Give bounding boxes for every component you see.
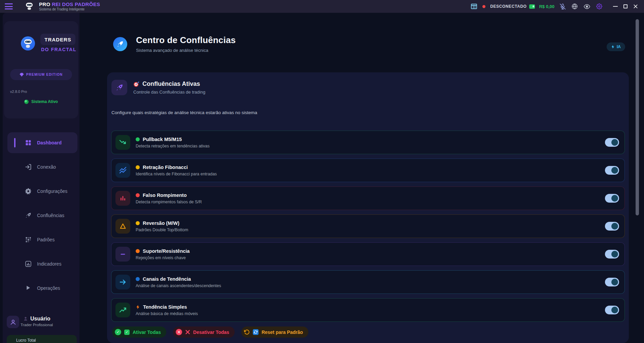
vertical-scrollbar[interactable]	[636, 19, 639, 215]
page-subtitle: Sistema avançado de análise técnica	[136, 48, 236, 53]
confluence-description: Detecta rompimentos falsos de S/R	[136, 200, 605, 204]
confluence-title: Reversão (M/W)	[143, 220, 179, 226]
confluence-toggle[interactable]	[605, 222, 619, 231]
menu-hamburger-icon[interactable]	[5, 3, 13, 9]
window-maximize-button[interactable]	[620, 1, 631, 11]
window-minimize-button[interactable]	[610, 1, 620, 11]
system-status-label: Sistema Ativo	[31, 99, 58, 104]
confluence-row-pullback-m5-m15: Pullback M5/M15 Detecta retrações em ten…	[111, 131, 625, 154]
play-icon	[25, 285, 32, 291]
activate-all-button[interactable]: ✓ ✓ Ativar Todas	[112, 327, 166, 338]
sidebar-logo-panel: TRADERS DO FRACTAL PREMIUM EDITION v2.8.…	[4, 21, 78, 118]
confluence-description: Análise de canais ascendentes/descendent…	[136, 283, 605, 288]
sidebar-item-label: Confluências	[37, 213, 64, 218]
ia-badge-label: IA	[617, 44, 621, 49]
check-square-icon: ✓	[124, 330, 130, 335]
sidebar-item-padroes[interactable]: Padrões	[7, 229, 77, 250]
confluence-row-reversao-mw: Reversão (M/W) Padrões Double Top/Bottom	[111, 214, 625, 238]
confluence-title: Pullback M5/M15	[143, 137, 182, 142]
reset-default-button[interactable]: Reset para Padrão	[241, 327, 308, 338]
reset-default-label: Reset para Padrão	[262, 330, 303, 335]
gear-icon[interactable]	[596, 3, 602, 9]
mic-muted-icon[interactable]	[560, 4, 566, 9]
premium-edition-label: PREMIUM EDITION	[26, 73, 63, 76]
bars-icon	[115, 191, 130, 206]
brand-name-line2: DO FRACTAL	[41, 47, 76, 52]
confluence-toggle[interactable]	[605, 194, 619, 203]
confluence-row-canais-de-tendencia: Canais de Tendência Análise de canais as…	[111, 270, 625, 294]
confluence-toggle[interactable]	[605, 166, 619, 175]
balance-value: R$ 0,00	[539, 4, 554, 9]
premium-edition-badge[interactable]: PREMIUM EDITION	[10, 69, 72, 80]
actions-row: ✓ ✓ Ativar Todas Desativar Todas	[112, 327, 308, 338]
status-dot	[136, 249, 140, 253]
globe-icon[interactable]	[572, 3, 578, 9]
section-header: Confluências Ativas Controle das Confluê…	[111, 80, 205, 95]
brand-robot-avatar	[21, 36, 35, 50]
confluence-title: Tendência Simples	[143, 304, 187, 310]
confluence-toggle[interactable]	[605, 250, 619, 259]
section-title: Confluências Ativas	[142, 80, 200, 88]
gem-icon	[20, 73, 24, 77]
pattern-icon	[25, 236, 32, 243]
window-close-button[interactable]	[631, 1, 641, 11]
confluence-description: Identifica níveis de Fibonacci para entr…	[136, 172, 605, 176]
confluence-toggle[interactable]	[605, 278, 619, 286]
rocket-globe-icon	[113, 37, 127, 51]
confluence-description: Rejeições em níveis chave	[136, 255, 605, 260]
user-section[interactable]: Usuário Trader Profissional	[7, 316, 77, 331]
rocket-icon	[25, 212, 32, 219]
grid-icon	[25, 139, 32, 146]
sidebar-item-label: Operações	[37, 285, 60, 291]
refresh-icon	[253, 329, 259, 335]
columns-layout-icon[interactable]	[471, 4, 477, 9]
confluences-section: Confluências Ativas Controle das Confluê…	[107, 72, 629, 343]
sidebar-item-configuracoes[interactable]: Configurações	[7, 181, 77, 202]
confluence-title: Canais de Tendência	[143, 276, 191, 282]
confluence-toggle[interactable]	[605, 138, 619, 147]
app-title-block: PRO REI DOS PADRÕES Sistema de Trading I…	[39, 1, 100, 11]
status-dot	[136, 137, 140, 141]
sidebar-item-conexao[interactable]: Conexão	[7, 157, 77, 177]
app-title-main: REI DOS PADRÕES	[52, 1, 100, 7]
user-bust-icon	[23, 316, 28, 321]
ia-badge[interactable]: IA	[607, 42, 625, 51]
x-icon	[185, 330, 190, 335]
confluence-row-falso-rompimento: Falso Rompimento Detecta rompimentos fal…	[111, 186, 625, 210]
bolt-icon	[136, 304, 140, 309]
connection-status-label: DESCONECTADO	[490, 4, 527, 9]
dash-icon	[115, 247, 130, 262]
chart-icon	[25, 261, 32, 267]
trend-up-icon	[115, 303, 130, 317]
app-version: v2.8.0 Pro	[10, 90, 27, 94]
sidebar-item-operacoes[interactable]: Operações	[7, 278, 77, 299]
check-circle-icon: ✓	[115, 329, 121, 335]
section-subtitle: Controle das Confluências de trading	[133, 90, 205, 95]
status-dot	[136, 277, 140, 281]
page-title: Centro de Confluências	[136, 35, 236, 45]
sidebar-item-label: Padrões	[37, 237, 55, 242]
triangle-icon	[115, 219, 130, 234]
system-status-dot	[24, 100, 29, 104]
x-circle-icon	[176, 329, 182, 335]
bolt-icon	[611, 44, 615, 49]
sidebar-item-dashboard[interactable]: Dashboard	[7, 132, 77, 153]
rocket-icon	[111, 80, 127, 95]
confluence-row-suporte-resistencia: Suporte/Resistência Rejeições em níveis …	[111, 242, 625, 266]
sidebar-item-confluencias[interactable]: Confluências	[7, 205, 77, 226]
app-title: PRO REI DOS PADRÕES	[39, 1, 100, 7]
app-title-pro: PRO	[39, 1, 50, 7]
confluence-toggle[interactable]	[605, 306, 619, 314]
confluence-list: Pullback M5/M15 Detecta retrações em ten…	[111, 131, 625, 326]
user-name: Usuário	[30, 316, 50, 322]
deactivate-all-label: Desativar Todas	[193, 330, 229, 335]
profit-total-card: Lucro Total	[7, 335, 77, 343]
confluence-description: Análise básica de médias móveis	[136, 311, 605, 316]
deactivate-all-button[interactable]: Desativar Todas	[173, 327, 235, 338]
confluence-title: Retração Fibonacci	[143, 165, 188, 170]
sidebar-item-label: Indicadores	[37, 261, 61, 267]
app-subtitle: Sistema de Trading Inteligente	[39, 7, 100, 11]
sidebar-item-indicadores[interactable]: Indicadores	[7, 253, 77, 274]
eye-icon[interactable]	[584, 3, 590, 10]
section-description: Configure quais estratégias de análise t…	[111, 110, 257, 115]
